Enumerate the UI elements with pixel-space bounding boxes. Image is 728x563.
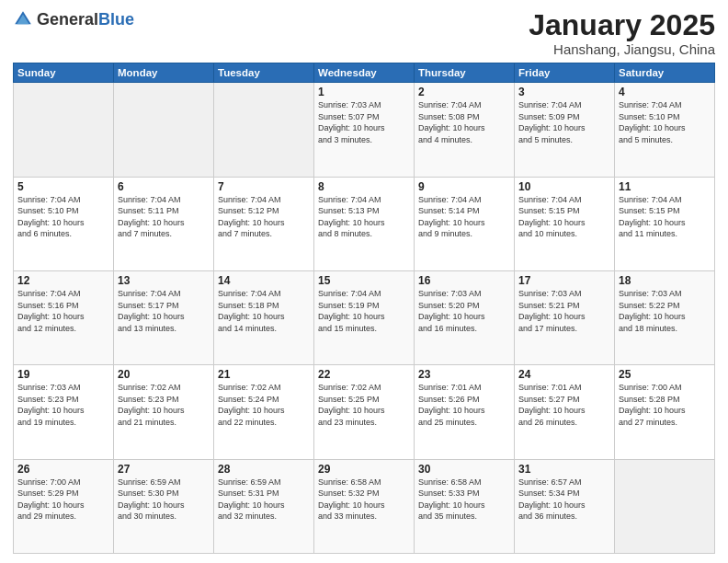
col-friday: Friday <box>515 63 615 83</box>
day-number: 2 <box>418 86 510 98</box>
day-number: 30 <box>418 463 510 476</box>
day-number: 22 <box>318 368 410 381</box>
table-row <box>214 83 314 177</box>
table-row: 6Sunrise: 7:04 AM Sunset: 5:11 PM Daylig… <box>114 177 214 270</box>
day-number: 23 <box>418 368 510 381</box>
day-info: Sunrise: 7:04 AM Sunset: 5:16 PM Dayligh… <box>17 288 109 334</box>
day-info: Sunrise: 6:58 AM Sunset: 5:33 PM Dayligh… <box>418 477 510 523</box>
day-info: Sunrise: 7:03 AM Sunset: 5:22 PM Dayligh… <box>619 288 711 334</box>
table-row: 27Sunrise: 6:59 AM Sunset: 5:30 PM Dayli… <box>114 459 214 553</box>
day-info: Sunrise: 7:03 AM Sunset: 5:21 PM Dayligh… <box>518 288 610 334</box>
day-number: 18 <box>619 274 711 287</box>
day-number: 24 <box>518 368 610 381</box>
calendar-week-row: 12Sunrise: 7:04 AM Sunset: 5:16 PM Dayli… <box>14 270 715 364</box>
table-row: 29Sunrise: 6:58 AM Sunset: 5:32 PM Dayli… <box>314 459 415 553</box>
table-row: 21Sunrise: 7:02 AM Sunset: 5:24 PM Dayli… <box>214 365 314 459</box>
table-row: 20Sunrise: 7:02 AM Sunset: 5:23 PM Dayli… <box>114 365 214 459</box>
table-row: 5Sunrise: 7:04 AM Sunset: 5:10 PM Daylig… <box>14 177 114 270</box>
day-number: 4 <box>619 86 711 98</box>
day-number: 5 <box>17 180 109 193</box>
day-number: 11 <box>619 180 711 193</box>
day-info: Sunrise: 7:04 AM Sunset: 5:17 PM Dayligh… <box>118 288 210 334</box>
day-number: 27 <box>118 463 210 476</box>
month-title: January 2025 <box>529 9 715 41</box>
col-thursday: Thursday <box>415 63 515 83</box>
table-row: 23Sunrise: 7:01 AM Sunset: 5:26 PM Dayli… <box>415 365 515 459</box>
day-info: Sunrise: 7:03 AM Sunset: 5:07 PM Dayligh… <box>318 99 410 145</box>
day-number: 29 <box>318 463 410 476</box>
table-row: 8Sunrise: 7:04 AM Sunset: 5:13 PM Daylig… <box>314 177 415 270</box>
day-number: 31 <box>518 463 610 476</box>
day-number: 25 <box>619 368 711 381</box>
table-row: 14Sunrise: 7:04 AM Sunset: 5:18 PM Dayli… <box>214 270 314 364</box>
table-row: 15Sunrise: 7:04 AM Sunset: 5:19 PM Dayli… <box>314 270 415 364</box>
day-info: Sunrise: 7:04 AM Sunset: 5:15 PM Dayligh… <box>619 194 711 240</box>
calendar-table: Sunday Monday Tuesday Wednesday Thursday… <box>13 63 715 554</box>
title-block: January 2025 Hanshang, Jiangsu, China <box>529 9 715 57</box>
day-info: Sunrise: 7:00 AM Sunset: 5:28 PM Dayligh… <box>619 382 711 428</box>
table-row: 19Sunrise: 7:03 AM Sunset: 5:23 PM Dayli… <box>14 365 114 459</box>
day-number: 1 <box>318 86 410 98</box>
logo-blue-text: Blue <box>98 10 134 29</box>
table-row <box>615 459 715 553</box>
day-info: Sunrise: 7:04 AM Sunset: 5:09 PM Dayligh… <box>518 99 610 145</box>
day-info: Sunrise: 7:02 AM Sunset: 5:24 PM Dayligh… <box>218 382 310 428</box>
day-info: Sunrise: 7:01 AM Sunset: 5:27 PM Dayligh… <box>518 382 610 428</box>
day-info: Sunrise: 6:59 AM Sunset: 5:30 PM Dayligh… <box>118 477 210 523</box>
day-info: Sunrise: 7:04 AM Sunset: 5:19 PM Dayligh… <box>318 288 410 334</box>
logo-text: GeneralBlue <box>37 11 134 28</box>
page: GeneralBlue January 2025 Hanshang, Jiang… <box>0 0 728 563</box>
day-number: 10 <box>518 180 610 193</box>
header: GeneralBlue January 2025 Hanshang, Jiang… <box>13 9 715 57</box>
day-info: Sunrise: 6:57 AM Sunset: 5:34 PM Dayligh… <box>518 477 610 523</box>
table-row: 18Sunrise: 7:03 AM Sunset: 5:22 PM Dayli… <box>615 270 715 364</box>
table-row: 11Sunrise: 7:04 AM Sunset: 5:15 PM Dayli… <box>615 177 715 270</box>
day-info: Sunrise: 7:04 AM Sunset: 5:18 PM Dayligh… <box>218 288 310 334</box>
calendar-header-row: Sunday Monday Tuesday Wednesday Thursday… <box>14 63 715 83</box>
col-tuesday: Tuesday <box>214 63 314 83</box>
logo: GeneralBlue <box>13 9 134 29</box>
table-row: 16Sunrise: 7:03 AM Sunset: 5:20 PM Dayli… <box>415 270 515 364</box>
table-row: 12Sunrise: 7:04 AM Sunset: 5:16 PM Dayli… <box>14 270 114 364</box>
day-info: Sunrise: 6:59 AM Sunset: 5:31 PM Dayligh… <box>218 477 310 523</box>
day-number: 14 <box>218 274 310 287</box>
table-row: 22Sunrise: 7:02 AM Sunset: 5:25 PM Dayli… <box>314 365 415 459</box>
table-row: 7Sunrise: 7:04 AM Sunset: 5:12 PM Daylig… <box>214 177 314 270</box>
logo-icon <box>13 9 33 29</box>
day-info: Sunrise: 7:03 AM Sunset: 5:23 PM Dayligh… <box>17 382 109 428</box>
day-number: 17 <box>518 274 610 287</box>
day-info: Sunrise: 7:04 AM Sunset: 5:13 PM Dayligh… <box>318 194 410 240</box>
day-info: Sunrise: 7:04 AM Sunset: 5:15 PM Dayligh… <box>518 194 610 240</box>
day-info: Sunrise: 7:04 AM Sunset: 5:14 PM Dayligh… <box>418 194 510 240</box>
day-number: 19 <box>17 368 109 381</box>
logo-general-text: General <box>37 10 98 29</box>
day-number: 9 <box>418 180 510 193</box>
day-number: 16 <box>418 274 510 287</box>
table-row: 26Sunrise: 7:00 AM Sunset: 5:29 PM Dayli… <box>14 459 114 553</box>
day-number: 21 <box>218 368 310 381</box>
calendar-week-row: 1Sunrise: 7:03 AM Sunset: 5:07 PM Daylig… <box>14 83 715 177</box>
table-row: 17Sunrise: 7:03 AM Sunset: 5:21 PM Dayli… <box>515 270 615 364</box>
day-info: Sunrise: 7:04 AM Sunset: 5:11 PM Dayligh… <box>118 194 210 240</box>
table-row <box>14 83 114 177</box>
day-number: 6 <box>118 180 210 193</box>
day-number: 8 <box>318 180 410 193</box>
table-row: 25Sunrise: 7:00 AM Sunset: 5:28 PM Dayli… <box>615 365 715 459</box>
day-number: 26 <box>17 463 109 476</box>
table-row: 28Sunrise: 6:59 AM Sunset: 5:31 PM Dayli… <box>214 459 314 553</box>
table-row: 9Sunrise: 7:04 AM Sunset: 5:14 PM Daylig… <box>415 177 515 270</box>
table-row: 31Sunrise: 6:57 AM Sunset: 5:34 PM Dayli… <box>515 459 615 553</box>
col-saturday: Saturday <box>615 63 715 83</box>
calendar-week-row: 5Sunrise: 7:04 AM Sunset: 5:10 PM Daylig… <box>14 177 715 270</box>
table-row: 2Sunrise: 7:04 AM Sunset: 5:08 PM Daylig… <box>415 83 515 177</box>
calendar-week-row: 26Sunrise: 7:00 AM Sunset: 5:29 PM Dayli… <box>14 459 715 553</box>
day-info: Sunrise: 7:04 AM Sunset: 5:12 PM Dayligh… <box>218 194 310 240</box>
day-info: Sunrise: 7:04 AM Sunset: 5:08 PM Dayligh… <box>418 99 510 145</box>
table-row: 24Sunrise: 7:01 AM Sunset: 5:27 PM Dayli… <box>515 365 615 459</box>
day-info: Sunrise: 6:58 AM Sunset: 5:32 PM Dayligh… <box>318 477 410 523</box>
day-info: Sunrise: 7:04 AM Sunset: 5:10 PM Dayligh… <box>619 99 711 145</box>
col-sunday: Sunday <box>14 63 114 83</box>
table-row: 13Sunrise: 7:04 AM Sunset: 5:17 PM Dayli… <box>114 270 214 364</box>
table-row: 10Sunrise: 7:04 AM Sunset: 5:15 PM Dayli… <box>515 177 615 270</box>
day-number: 28 <box>218 463 310 476</box>
